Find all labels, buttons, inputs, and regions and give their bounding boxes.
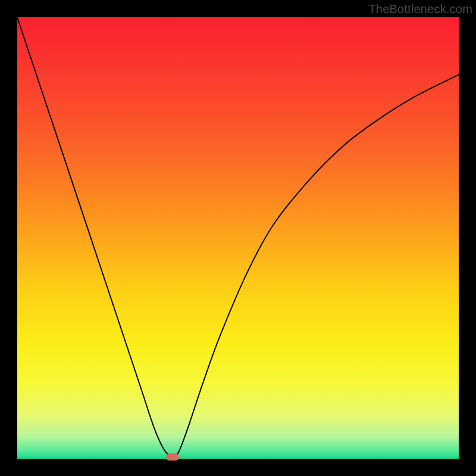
- chart-frame: [17, 17, 459, 459]
- watermark-text: TheBottleneck.com: [368, 2, 472, 16]
- gradient-background: [17, 17, 459, 459]
- bottleneck-chart: [17, 17, 459, 459]
- optimal-point-marker: [166, 453, 179, 461]
